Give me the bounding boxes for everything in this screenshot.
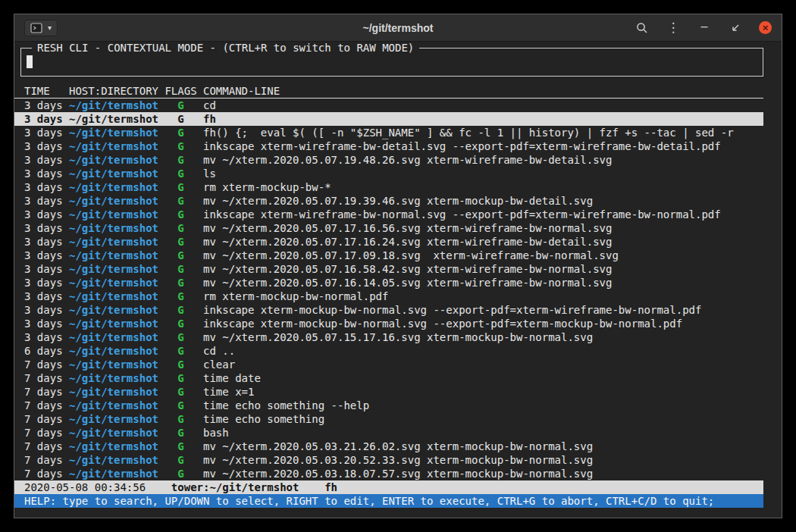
- row-flags: G: [165, 276, 203, 289]
- row-flags: G: [165, 385, 203, 399]
- history-row[interactable]: 3 days~/git/termshotGrm xterm-mockup-bw-…: [14, 289, 763, 303]
- row-time: 3 days: [24, 303, 69, 317]
- row-host: ~/git/termshot: [69, 180, 165, 194]
- history-row[interactable]: 7 days~/git/termshotGmv ~/xterm.2020.05.…: [14, 467, 763, 480]
- row-flags: G: [165, 371, 203, 385]
- history-row[interactable]: 3 days~/git/termshotGrm xterm-mockup-bw-…: [14, 180, 763, 194]
- row-host: ~/git/termshot: [69, 208, 165, 221]
- row-host: ~/git/termshot: [69, 440, 165, 453]
- row-flags: G: [165, 467, 203, 480]
- row-host: ~/git/termshot: [69, 317, 165, 330]
- row-host: ~/git/termshot: [69, 221, 165, 235]
- row-cmd: inkscape xterm-mockup-bw-normal.svg --ex…: [203, 304, 701, 316]
- row-flags: G: [165, 194, 203, 208]
- history-row[interactable]: 3 days~/git/termshotGls: [14, 167, 763, 180]
- history-row[interactable]: 3 days~/git/termshotGmv ~/xterm.2020.05.…: [14, 221, 763, 235]
- row-time: 3 days: [24, 126, 69, 139]
- row-cmd: inkscape xterm-mockup-bw-normal.svg --ex…: [203, 318, 682, 330]
- history-row[interactable]: 3 days~/git/termshotGinkscape xterm-mock…: [14, 303, 763, 317]
- history-row[interactable]: 3 days~/git/termshotGmv ~/xterm.2020.05.…: [14, 153, 763, 167]
- minimize-button[interactable]: –: [697, 20, 712, 36]
- row-time: 3 days: [24, 221, 69, 235]
- history-row[interactable]: 3 days~/git/termshotGmv ~/xterm.2020.05.…: [14, 330, 763, 344]
- row-cmd: ls: [203, 167, 216, 180]
- row-flags: G: [165, 412, 203, 426]
- history-row-selected[interactable]: 3 days~/git/termshotGfh: [14, 112, 763, 126]
- row-flags: G: [165, 303, 203, 317]
- row-host: ~/git/termshot: [69, 371, 165, 385]
- history-row[interactable]: 3 days~/git/termshotGinkscape xterm-wire…: [14, 139, 763, 153]
- restore-button[interactable]: [728, 20, 743, 36]
- row-flags: G: [165, 330, 203, 344]
- history-row[interactable]: 3 days~/git/termshotGinkscape xterm-mock…: [14, 317, 763, 330]
- history-row[interactable]: 3 days~/git/termshotGmv ~/xterm.2020.05.…: [14, 276, 763, 289]
- row-cmd: rm xterm-mockup-bw-*: [203, 181, 331, 193]
- row-time: 3 days: [24, 112, 69, 126]
- status-location: tower:~/git/termshot: [171, 481, 299, 493]
- row-host: ~/git/termshot: [69, 385, 165, 399]
- history-row[interactable]: 7 days~/git/termshotGtime date: [14, 371, 763, 385]
- row-host: ~/git/termshot: [69, 358, 165, 371]
- row-flags: G: [165, 249, 203, 262]
- row-flags: G: [165, 344, 203, 358]
- row-cmd: cd ..: [203, 345, 235, 357]
- history-row[interactable]: 3 days~/git/termshotGcd: [14, 99, 763, 112]
- history-row[interactable]: 6 days~/git/termshotGcd ..: [14, 344, 763, 358]
- row-host: ~/git/termshot: [69, 412, 165, 426]
- row-cmd: time date: [203, 372, 261, 384]
- history-row[interactable]: 3 days~/git/termshotGmv ~/xterm.2020.05.…: [14, 194, 763, 208]
- row-host: ~/git/termshot: [69, 153, 165, 167]
- row-time: 6 days: [24, 344, 69, 358]
- row-host: ~/git/termshot: [69, 344, 165, 358]
- history-row[interactable]: 7 days~/git/termshotGtime x=1: [14, 385, 763, 399]
- row-host: ~/git/termshot: [69, 139, 165, 153]
- row-host: ~/git/termshot: [69, 453, 165, 467]
- history-row[interactable]: 7 days~/git/termshotGbash: [14, 426, 763, 440]
- history-row[interactable]: 3 days~/git/termshotGmv ~/xterm.2020.05.…: [14, 249, 763, 262]
- history-row[interactable]: 3 days~/git/termshotGfh() {; eval $( ([ …: [14, 126, 763, 139]
- row-cmd: mv ~/xterm.2020.05.07.17.16.56.svg xterm…: [203, 222, 612, 234]
- row-cmd: cd: [203, 99, 216, 111]
- row-flags: G: [165, 235, 203, 249]
- history-row[interactable]: 7 days~/git/termshotGmv ~/xterm.2020.05.…: [14, 453, 763, 467]
- menu-button[interactable]: ⋮: [666, 20, 681, 36]
- history-row[interactable]: 7 days~/git/termshotGtime echo something…: [14, 399, 763, 412]
- search-query-input[interactable]: RESH CLI - CONTEXTUAL MODE - (CTRL+R to …: [20, 48, 763, 77]
- row-time: 7 days: [24, 467, 69, 480]
- new-terminal-button[interactable]: ▾: [24, 20, 58, 36]
- row-cmd: mv ~/xterm.2020.05.03.18.07.57.svg xterm…: [203, 468, 593, 480]
- row-host: ~/git/termshot: [69, 289, 165, 303]
- row-host: ~/git/termshot: [69, 194, 165, 208]
- row-flags: G: [165, 112, 203, 126]
- row-cmd: fh() {; eval $( ([ -n "$ZSH_NAME" ] && f…: [203, 127, 734, 139]
- history-row[interactable]: 7 days~/git/termshotGclear: [14, 358, 763, 371]
- history-row[interactable]: 3 days~/git/termshotGinkscape xterm-wire…: [14, 208, 763, 221]
- row-host: ~/git/termshot: [69, 262, 165, 276]
- history-row[interactable]: 7 days~/git/termshotGmv ~/xterm.2020.05.…: [14, 440, 763, 453]
- row-cmd: clear: [203, 358, 235, 371]
- history-list: 3 days~/git/termshotGcd3 days~/git/terms…: [14, 99, 782, 480]
- chevron-down-icon: ▾: [48, 24, 52, 32]
- header-time: TIME: [24, 84, 69, 98]
- row-cmd: rm xterm-mockup-bw-normal.pdf: [203, 290, 388, 302]
- history-row[interactable]: 3 days~/git/termshotGmv ~/xterm.2020.05.…: [14, 235, 763, 249]
- titlebar[interactable]: ▾ ~/git/termshot ⋮ –: [14, 14, 782, 42]
- row-cmd: mv ~/xterm.2020.05.03.20.52.33.svg xterm…: [203, 454, 593, 466]
- row-time: 3 days: [24, 180, 69, 194]
- terminal-screen[interactable]: RESH CLI - CONTEXTUAL MODE - (CTRL+R to …: [14, 42, 782, 518]
- row-flags: G: [165, 317, 203, 330]
- row-time: 7 days: [24, 440, 69, 453]
- row-host: ~/git/termshot: [69, 167, 165, 180]
- close-button[interactable]: ×: [759, 21, 772, 34]
- row-host: ~/git/termshot: [69, 426, 165, 440]
- history-row[interactable]: 7 days~/git/termshotGtime echo something: [14, 412, 763, 426]
- history-row[interactable]: 3 days~/git/termshotGmv ~/xterm.2020.05.…: [14, 262, 763, 276]
- row-host: ~/git/termshot: [69, 249, 165, 262]
- search-button[interactable]: [635, 20, 650, 36]
- row-host: ~/git/termshot: [69, 112, 165, 126]
- row-cmd: time echo something: [203, 413, 324, 425]
- row-flags: G: [165, 453, 203, 467]
- row-host: ~/git/termshot: [69, 303, 165, 317]
- row-flags: G: [165, 426, 203, 440]
- row-time: 7 days: [24, 412, 69, 426]
